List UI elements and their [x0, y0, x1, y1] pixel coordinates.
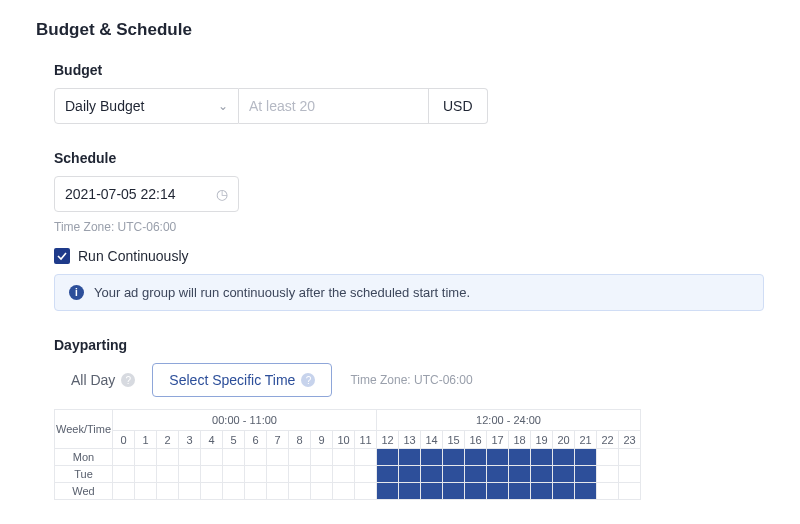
dayparting-cell[interactable] [245, 449, 267, 466]
dayparting-cell[interactable] [619, 483, 641, 500]
dayparting-cell[interactable] [509, 449, 531, 466]
hour-header: 11 [355, 431, 377, 449]
dayparting-cell[interactable] [289, 483, 311, 500]
dayparting-cell[interactable] [289, 466, 311, 483]
run-continuously-checkbox[interactable] [54, 248, 70, 264]
dayparting-cell[interactable] [135, 449, 157, 466]
dayparting-cell[interactable] [531, 483, 553, 500]
schedule-timezone: Time Zone: UTC-06:00 [54, 220, 764, 234]
hour-header: 23 [619, 431, 641, 449]
dayparting-cell[interactable] [201, 449, 223, 466]
dayparting-cell[interactable] [465, 449, 487, 466]
section-title: Budget & Schedule [36, 20, 764, 40]
dayparting-cell[interactable] [399, 449, 421, 466]
hour-header: 10 [333, 431, 355, 449]
dayparting-cell[interactable] [157, 483, 179, 500]
dayparting-cell[interactable] [179, 483, 201, 500]
check-icon [57, 251, 67, 261]
dayparting-cell[interactable] [509, 466, 531, 483]
dayparting-cell[interactable] [267, 449, 289, 466]
dayparting-cell[interactable] [179, 466, 201, 483]
dayparting-label: Dayparting [54, 337, 764, 353]
schedule-section: Schedule 2021-07-05 22:14 ◷ Time Zone: U… [54, 150, 764, 311]
dayparting-cell[interactable] [113, 466, 135, 483]
tab-all-day[interactable]: All Day ? [54, 363, 152, 397]
hour-group-1: 00:00 - 11:00 [113, 410, 377, 431]
dayparting-cell[interactable] [135, 483, 157, 500]
dayparting-cell[interactable] [465, 466, 487, 483]
dayparting-cell[interactable] [575, 466, 597, 483]
dayparting-cell[interactable] [553, 449, 575, 466]
dayparting-cell[interactable] [245, 466, 267, 483]
dayparting-cell[interactable] [443, 466, 465, 483]
dayparting-cell[interactable] [223, 466, 245, 483]
dayparting-cell[interactable] [531, 449, 553, 466]
dayparting-cell[interactable] [113, 483, 135, 500]
dayparting-cell[interactable] [575, 449, 597, 466]
budget-section: Budget Daily Budget ⌄ USD [54, 62, 764, 124]
dayparting-grid: Week/Time 00:00 - 11:00 12:00 - 24:00 01… [54, 409, 641, 500]
dayparting-cell[interactable] [355, 483, 377, 500]
dayparting-cell[interactable] [377, 449, 399, 466]
hour-group-2: 12:00 - 24:00 [377, 410, 641, 431]
dayparting-cell[interactable] [465, 483, 487, 500]
dayparting-cell[interactable] [399, 483, 421, 500]
dayparting-cell[interactable] [179, 449, 201, 466]
dayparting-cell[interactable] [355, 449, 377, 466]
tab-specific-label: Select Specific Time [169, 372, 295, 388]
dayparting-cell[interactable] [487, 466, 509, 483]
dayparting-cell[interactable] [509, 483, 531, 500]
budget-type-select[interactable]: Daily Budget ⌄ [54, 88, 239, 124]
dayparting-tabs: All Day ? Select Specific Time ? Time Zo… [54, 363, 764, 397]
dayparting-cell[interactable] [575, 483, 597, 500]
dayparting-cell[interactable] [553, 483, 575, 500]
hour-header: 0 [113, 431, 135, 449]
dayparting-cell[interactable] [201, 483, 223, 500]
dayparting-cell[interactable] [487, 483, 509, 500]
dayparting-cell[interactable] [443, 449, 465, 466]
dayparting-cell[interactable] [377, 483, 399, 500]
dayparting-cell[interactable] [597, 449, 619, 466]
dayparting-cell[interactable] [421, 483, 443, 500]
hour-header: 21 [575, 431, 597, 449]
dayparting-cell[interactable] [421, 449, 443, 466]
dayparting-cell[interactable] [597, 466, 619, 483]
dayparting-cell[interactable] [377, 466, 399, 483]
dayparting-cell[interactable] [355, 466, 377, 483]
dayparting-cell[interactable] [311, 449, 333, 466]
dayparting-cell[interactable] [597, 483, 619, 500]
hour-header: 9 [311, 431, 333, 449]
dayparting-cell[interactable] [421, 466, 443, 483]
dayparting-cell[interactable] [619, 466, 641, 483]
run-continuously-label: Run Continuously [78, 248, 189, 264]
dayparting-cell[interactable] [201, 466, 223, 483]
dayparting-cell[interactable] [531, 466, 553, 483]
tab-select-specific[interactable]: Select Specific Time ? [152, 363, 332, 397]
dayparting-cell[interactable] [135, 466, 157, 483]
dayparting-cell[interactable] [223, 483, 245, 500]
hour-header: 20 [553, 431, 575, 449]
dayparting-cell[interactable] [245, 483, 267, 500]
dayparting-cell[interactable] [311, 483, 333, 500]
dayparting-cell[interactable] [267, 483, 289, 500]
dayparting-cell[interactable] [157, 449, 179, 466]
dayparting-cell[interactable] [553, 466, 575, 483]
dayparting-cell[interactable] [113, 449, 135, 466]
dayparting-cell[interactable] [311, 466, 333, 483]
dayparting-cell[interactable] [333, 483, 355, 500]
dayparting-cell[interactable] [223, 449, 245, 466]
dayparting-cell[interactable] [399, 466, 421, 483]
dayparting-cell[interactable] [333, 449, 355, 466]
hour-header: 2 [157, 431, 179, 449]
budget-amount-input[interactable] [239, 88, 429, 124]
dayparting-cell[interactable] [443, 483, 465, 500]
dayparting-cell[interactable] [157, 466, 179, 483]
hour-header: 18 [509, 431, 531, 449]
dayparting-cell[interactable] [619, 449, 641, 466]
dayparting-cell[interactable] [333, 466, 355, 483]
dayparting-cell[interactable] [289, 449, 311, 466]
chevron-down-icon: ⌄ [218, 99, 228, 113]
dayparting-cell[interactable] [267, 466, 289, 483]
schedule-datetime-input[interactable]: 2021-07-05 22:14 ◷ [54, 176, 239, 212]
dayparting-cell[interactable] [487, 449, 509, 466]
